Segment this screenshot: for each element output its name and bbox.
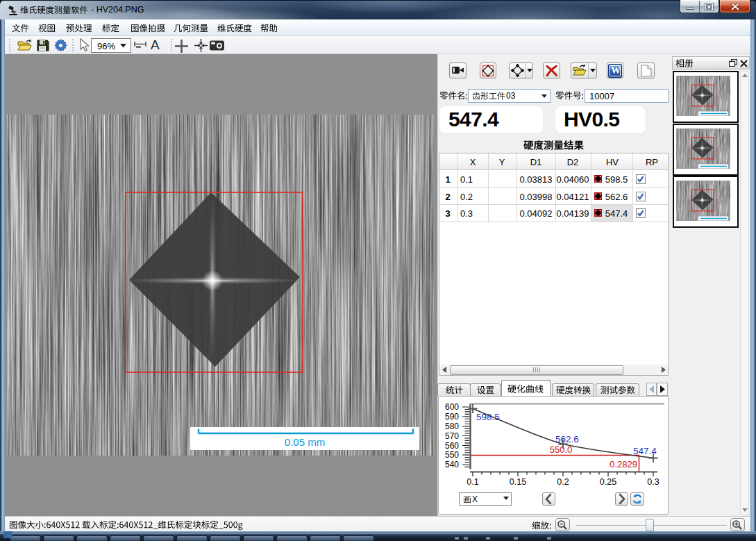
svg-text:590: 590 <box>445 412 459 422</box>
svg-text:0.15: 0.15 <box>510 477 526 487</box>
svg-text:0.2829: 0.2829 <box>610 459 637 469</box>
svg-text:550.0: 550.0 <box>550 444 573 455</box>
svg-text:0.3: 0.3 <box>647 477 659 487</box>
svg-text:570: 570 <box>445 431 459 441</box>
svg-text:0.2: 0.2 <box>557 477 569 487</box>
svg-text:562.6: 562.6 <box>555 434 579 444</box>
svg-text:0.05 mm: 0.05 mm <box>285 436 325 448</box>
svg-text:547.4: 547.4 <box>633 446 657 456</box>
svg-text:600: 600 <box>445 402 459 412</box>
svg-text:540: 540 <box>445 460 459 469</box>
svg-text:560: 560 <box>445 441 459 451</box>
svg-text:550: 550 <box>445 450 459 460</box>
svg-text:0.1: 0.1 <box>467 477 478 487</box>
svg-text:0.25: 0.25 <box>600 477 616 487</box>
svg-text:580: 580 <box>445 422 459 431</box>
svg-text:598.5: 598.5 <box>476 412 500 422</box>
